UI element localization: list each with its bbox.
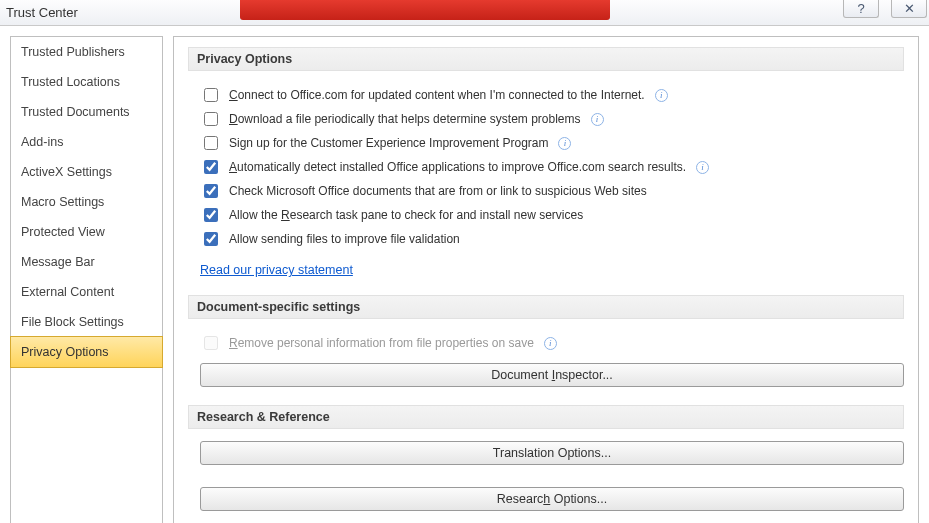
info-icon[interactable]: i: [591, 113, 604, 126]
option-download-file: Download a file periodically that helps …: [188, 107, 904, 131]
label-auto-detect: Automatically detect installed Office ap…: [229, 157, 686, 177]
label-research-update: Allow the Research task pane to check fo…: [229, 205, 583, 225]
checkbox-file-validation[interactable]: [204, 232, 218, 246]
sidebar-item-protected-view[interactable]: Protected View: [11, 217, 162, 247]
main-panel: Privacy Options Connect to Office.com fo…: [173, 36, 919, 523]
option-ceip: Sign up for the Customer Experience Impr…: [188, 131, 904, 155]
label-remove-pii: Remove personal information from file pr…: [229, 333, 534, 353]
checkbox-research-update[interactable]: [204, 208, 218, 222]
option-research-update: Allow the Research task pane to check fo…: [188, 203, 904, 227]
content-area: Trusted Publishers Trusted Locations Tru…: [0, 26, 929, 523]
sidebar-item-privacy-options[interactable]: Privacy Options: [10, 336, 163, 368]
section-header-document: Document-specific settings: [188, 295, 904, 319]
title-bar: Trust Center ? ✕: [0, 0, 929, 26]
sidebar: Trusted Publishers Trusted Locations Tru…: [10, 36, 163, 523]
sidebar-item-macro-settings[interactable]: Macro Settings: [11, 187, 162, 217]
sidebar-item-trusted-documents[interactable]: Trusted Documents: [11, 97, 162, 127]
sidebar-item-message-bar[interactable]: Message Bar: [11, 247, 162, 277]
sidebar-item-trusted-locations[interactable]: Trusted Locations: [11, 67, 162, 97]
window-controls: ? ✕: [843, 0, 927, 18]
checkbox-ceip[interactable]: [204, 136, 218, 150]
redacted-region: [240, 0, 610, 20]
sidebar-item-activex-settings[interactable]: ActiveX Settings: [11, 157, 162, 187]
option-check-suspicious: Check Microsoft Office documents that ar…: [188, 179, 904, 203]
checkbox-download-file[interactable]: [204, 112, 218, 126]
document-inspector-button[interactable]: Document Inspector...: [200, 363, 904, 387]
checkbox-remove-pii: [204, 336, 218, 350]
sidebar-item-add-ins[interactable]: Add-ins: [11, 127, 162, 157]
option-connect-office: Connect to Office.com for updated conten…: [188, 83, 904, 107]
research-options-button[interactable]: Research Options...: [200, 487, 904, 511]
info-icon[interactable]: i: [655, 89, 668, 102]
label-ceip: Sign up for the Customer Experience Impr…: [229, 133, 548, 153]
privacy-statement-link[interactable]: Read our privacy statement: [200, 263, 353, 277]
help-button[interactable]: ?: [843, 0, 879, 18]
section-header-research: Research & Reference: [188, 405, 904, 429]
info-icon[interactable]: i: [558, 137, 571, 150]
info-icon[interactable]: i: [696, 161, 709, 174]
checkbox-check-suspicious[interactable]: [204, 184, 218, 198]
info-icon[interactable]: i: [544, 337, 557, 350]
option-remove-pii: Remove personal information from file pr…: [188, 331, 904, 355]
close-button[interactable]: ✕: [891, 0, 927, 18]
option-file-validation: Allow sending files to improve file vali…: [188, 227, 904, 251]
sidebar-item-external-content[interactable]: External Content: [11, 277, 162, 307]
checkbox-auto-detect[interactable]: [204, 160, 218, 174]
section-header-privacy: Privacy Options: [188, 47, 904, 71]
sidebar-item-file-block-settings[interactable]: File Block Settings: [11, 307, 162, 337]
translation-options-button[interactable]: Translation Options...: [200, 441, 904, 465]
option-auto-detect: Automatically detect installed Office ap…: [188, 155, 904, 179]
label-check-suspicious: Check Microsoft Office documents that ar…: [229, 181, 647, 201]
checkbox-connect-office[interactable]: [204, 88, 218, 102]
label-download-file: Download a file periodically that helps …: [229, 109, 581, 129]
label-file-validation: Allow sending files to improve file vali…: [229, 229, 460, 249]
window-title: Trust Center: [6, 5, 78, 20]
label-connect-office: Connect to Office.com for updated conten…: [229, 85, 645, 105]
sidebar-item-trusted-publishers[interactable]: Trusted Publishers: [11, 37, 162, 67]
